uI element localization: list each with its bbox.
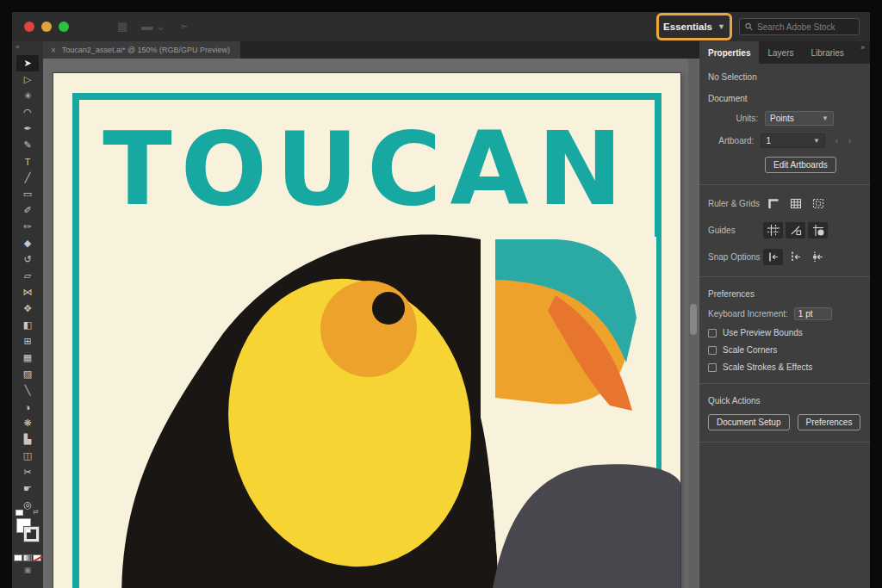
tool-magic-wand[interactable]: ✳	[16, 88, 39, 104]
panel-tab-bar: Properties Layers Libraries »	[699, 41, 870, 64]
ruler-icon	[767, 198, 780, 209]
zoom-window-button[interactable]	[59, 22, 69, 32]
tool-pencil[interactable]: ✏	[16, 219, 39, 235]
tool-slice[interactable]: ✂	[16, 464, 39, 480]
tool-mesh[interactable]: ▦	[16, 350, 39, 366]
gradient-mode-button[interactable]	[23, 554, 32, 561]
chevron-down-icon: ▼	[717, 22, 725, 31]
toucan-poster-artwork[interactable]: TOUCAN	[53, 73, 680, 588]
tool-symbol-sprayer[interactable]: ❋	[16, 415, 39, 431]
fill-stroke-area: ⇄	[15, 517, 40, 551]
tool-line-segment[interactable]: ╱	[16, 170, 39, 186]
snap-to-grid-button[interactable]	[786, 249, 805, 265]
scale-corners-checkbox[interactable]	[708, 346, 717, 355]
default-fill-stroke-icon[interactable]	[16, 510, 23, 516]
search-input[interactable]	[757, 22, 854, 32]
document-section-title: Document	[708, 94, 861, 103]
tool-eyedropper[interactable]: ╲	[16, 382, 39, 399]
tool-paintbrush[interactable]: ✐	[16, 202, 39, 219]
scale-strokes-effects-checkbox[interactable]	[708, 363, 717, 372]
stock-search-box[interactable]	[739, 18, 860, 35]
properties-panel: Properties Layers Libraries » No Selecti…	[699, 41, 870, 588]
app-bar-icons: ▦ ▬ ⌄ ➣	[117, 19, 189, 34]
vertical-scrollbar[interactable]	[688, 59, 699, 588]
use-preview-bounds-checkbox[interactable]	[708, 329, 717, 337]
tab-properties[interactable]: Properties	[699, 41, 759, 64]
tool-eraser[interactable]: ◆	[16, 235, 39, 251]
tool-hand[interactable]: ☛	[16, 480, 39, 497]
share-icon[interactable]: ➣	[179, 19, 189, 34]
toucan-eye	[372, 292, 405, 325]
tool-shape-builder[interactable]: ◧	[16, 317, 39, 333]
snap-to-point-button[interactable]	[763, 249, 783, 265]
tool-gradient[interactable]: ▨	[16, 366, 39, 382]
units-dropdown[interactable]: Points ▼	[765, 111, 834, 126]
none-mode-button[interactable]	[33, 554, 41, 561]
snap-to-point-icon	[767, 251, 780, 263]
lock-guides-button[interactable]	[808, 222, 828, 238]
tab-layers[interactable]: Layers	[759, 41, 802, 64]
toolbar-expand-icon[interactable]: »	[12, 41, 43, 55]
close-tab-icon[interactable]: ×	[51, 46, 56, 55]
collapse-panel-icon[interactable]: »	[860, 43, 865, 52]
use-preview-bounds-row: Use Preview Bounds	[708, 328, 861, 337]
poster-title: TOUCAN	[102, 109, 630, 228]
tool-curvature[interactable]: ✎	[16, 137, 39, 153]
snap-to-pixel-button[interactable]	[808, 249, 828, 265]
tool-direct-selection[interactable]: ▷	[16, 71, 39, 88]
tool-selection[interactable]: ➤	[16, 55, 39, 71]
tool-type[interactable]: T	[16, 153, 39, 170]
scale-corners-label: Scale Corners	[723, 345, 777, 355]
tool-free-transform[interactable]: ✥	[16, 300, 39, 317]
guides-row: Guides	[708, 222, 861, 238]
scrollbar-thumb[interactable]	[690, 304, 697, 335]
artboard-value: 1	[766, 136, 771, 145]
smart-guides-icon	[790, 225, 802, 236]
workspace-highlight-box: Essentials ▼	[656, 13, 732, 40]
stroke-swatch[interactable]	[24, 527, 39, 542]
illustrator-window: ▦ ▬ ⌄ ➣ Essentials ▼ » ➤▷✳◠✒✎T╱▭✐✏◆↺▱⋈✥◧…	[12, 12, 870, 588]
divider	[699, 442, 870, 443]
workspace-switcher-button[interactable]: Essentials ▼	[663, 22, 725, 32]
scale-strokes-effects-row: Scale Strokes & Effects	[708, 362, 861, 372]
tool-width[interactable]: ⋈	[16, 284, 39, 300]
tools-panel: » ➤▷✳◠✒✎T╱▭✐✏◆↺▱⋈✥◧⊞▦▨╲◑❋▙◫✂☛◎ ⇄ ▣	[12, 41, 43, 588]
color-mode-button[interactable]	[14, 554, 22, 561]
chevron-down-icon: ▼	[822, 115, 829, 122]
tool-scale[interactable]: ▱	[16, 268, 39, 284]
snap-to-grid-icon	[790, 251, 802, 263]
edit-artboards-button[interactable]: Edit Artboards	[765, 157, 836, 173]
screen-mode-icon[interactable]: ▬ ⌄	[141, 19, 165, 34]
layout-icon[interactable]: ▦	[117, 19, 127, 34]
units-row: Units: Points ▼	[708, 111, 861, 126]
document-setup-button[interactable]: Document Setup	[708, 414, 790, 430]
artboard-canvas[interactable]: TOUCAN	[43, 59, 699, 588]
tool-blend[interactable]: ◑	[16, 399, 39, 415]
preferences-button[interactable]: Preferences	[798, 414, 861, 430]
tab-libraries[interactable]: Libraries	[802, 41, 852, 64]
tool-rotate[interactable]: ↺	[16, 251, 39, 268]
tool-rectangle[interactable]: ▭	[16, 186, 39, 202]
keyboard-increment-input[interactable]: 1 pt	[794, 307, 832, 320]
quick-actions-buttons: Document Setup Preferences	[708, 414, 861, 430]
tool-column-graph[interactable]: ▙	[16, 431, 39, 448]
show-rulers-button[interactable]	[763, 195, 783, 212]
show-guides-button[interactable]	[763, 222, 783, 238]
tool-artboard[interactable]: ◫	[16, 448, 39, 464]
transparency-grid-icon	[812, 198, 824, 209]
scale-strokes-effects-label: Scale Strokes & Effects	[723, 362, 812, 372]
artboard-prev-next-arrows[interactable]: ‹›	[835, 137, 861, 145]
swap-fill-stroke-icon[interactable]: ⇄	[33, 508, 39, 516]
tool-perspective-grid[interactable]: ⊞	[16, 333, 39, 350]
artboard-dropdown[interactable]: 1 ▼	[761, 133, 825, 148]
tool-lasso[interactable]: ◠	[16, 104, 39, 121]
close-window-button[interactable]	[24, 22, 34, 32]
minimize-window-button[interactable]	[41, 22, 52, 32]
tool-pen[interactable]: ✒	[16, 121, 39, 137]
show-grid-button[interactable]	[786, 195, 805, 212]
draw-mode-icon[interactable]: ▣	[24, 566, 32, 574]
smart-guides-button[interactable]	[786, 222, 805, 238]
document-tab[interactable]: × Toucan2_asset.ai* @ 150% (RGB/GPU Prev…	[43, 41, 240, 59]
show-transparency-grid-button[interactable]	[808, 195, 828, 212]
guides-label: Guides	[708, 226, 763, 235]
